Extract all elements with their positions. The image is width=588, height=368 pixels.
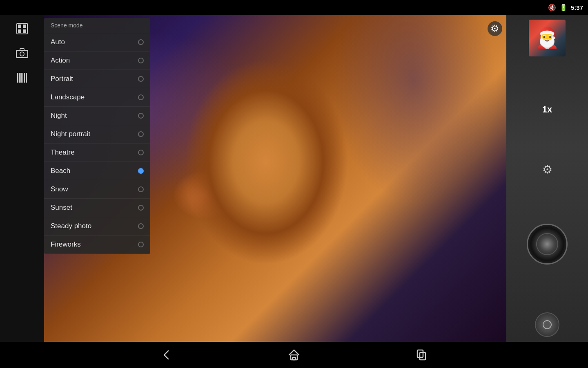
status-bar: 🔇 🔋 5:37: [0, 0, 588, 15]
radio-dot-portrait: [138, 76, 144, 82]
radio-dot-beach: [138, 168, 144, 174]
svg-rect-12: [24, 73, 25, 83]
scene-item-portrait[interactable]: Portrait: [44, 70, 150, 88]
scene-mode-header: Scene mode: [44, 18, 150, 33]
svg-rect-2: [23, 25, 26, 28]
scene-item-sunset[interactable]: Sunset: [44, 199, 150, 217]
photo-thumbnail[interactable]: [529, 20, 566, 56]
scene-item-snow[interactable]: Snow: [44, 180, 150, 199]
svg-rect-7: [20, 49, 24, 51]
svg-rect-8: [17, 73, 18, 83]
battery-icon: 🔋: [559, 4, 568, 11]
scene-item-action[interactable]: Action: [44, 52, 150, 70]
left-sidebar: [0, 15, 44, 342]
scene-item-landscape[interactable]: Landscape: [44, 88, 150, 107]
svg-point-6: [20, 52, 24, 56]
radio-dot-sunset: [138, 205, 144, 211]
scene-item-night-portrait[interactable]: Night portrait: [44, 125, 150, 144]
nav-bar: [0, 342, 588, 368]
home-button[interactable]: [287, 348, 301, 361]
svg-point-15: [545, 322, 550, 327]
scene-mode-panel: Scene mode AutoActionPortraitLandscapeNi…: [44, 18, 150, 254]
scene-item-night[interactable]: Night: [44, 107, 150, 125]
time-display: 5:37: [571, 4, 583, 11]
svg-rect-5: [16, 50, 28, 58]
back-button[interactable]: [160, 348, 173, 361]
svg-rect-9: [19, 73, 20, 83]
scene-item-auto[interactable]: Auto: [44, 33, 150, 52]
svg-rect-4: [23, 29, 26, 33]
shutter-button[interactable]: [527, 224, 568, 265]
barcode-icon[interactable]: [11, 67, 33, 88]
radio-dot-action: [138, 58, 144, 63]
radio-dot-night-portrait: [138, 131, 144, 137]
scene-item-theatre[interactable]: Theatre: [44, 144, 150, 162]
video-button[interactable]: [535, 312, 559, 337]
zoom-level[interactable]: 1x: [542, 104, 552, 115]
scene-settings-icon[interactable]: ⚙: [488, 21, 502, 36]
mute-icon: 🔇: [548, 4, 556, 11]
radio-dot-landscape: [138, 94, 144, 100]
camera-mode-icon[interactable]: [11, 43, 33, 64]
scene-item-fireworks[interactable]: Fireworks: [44, 236, 150, 254]
svg-rect-17: [292, 357, 296, 360]
radio-dot-night: [138, 113, 144, 119]
scene-item-beach[interactable]: Beach: [44, 162, 150, 180]
svg-rect-10: [20, 73, 22, 83]
radio-dot-steady-photo: [138, 223, 144, 229]
radio-dot-snow: [138, 186, 144, 192]
scene-item-steady-photo[interactable]: Steady photo: [44, 217, 150, 236]
radio-dot-fireworks: [138, 242, 144, 247]
right-sidebar: 1x ⚙: [506, 15, 588, 342]
svg-rect-1: [18, 25, 21, 28]
radio-dot-auto: [138, 39, 144, 45]
svg-rect-11: [22, 73, 23, 83]
svg-rect-13: [26, 73, 27, 83]
gallery-icon[interactable]: [11, 18, 33, 39]
svg-rect-3: [18, 29, 21, 33]
recents-button[interactable]: [415, 348, 428, 361]
radio-dot-theatre: [138, 150, 144, 155]
settings-icon[interactable]: ⚙: [542, 163, 552, 176]
